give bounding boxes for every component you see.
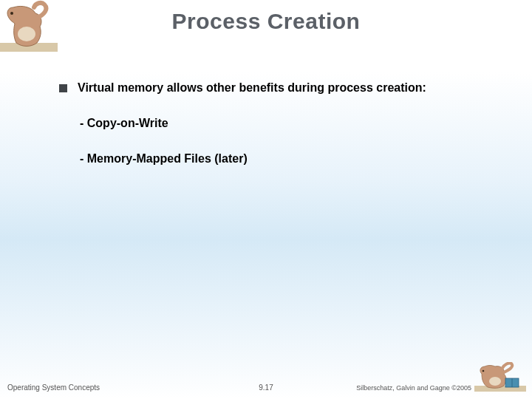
sub-item-1: - Copy-on-Write (80, 117, 488, 130)
dino-eye-small (482, 370, 485, 372)
bullet-row: Virtual memory allows other benefits dur… (59, 81, 488, 95)
slide: Process Creation Virtual memory allows o… (0, 0, 532, 399)
dino-tail-small (502, 363, 512, 372)
bullet-square-icon (59, 84, 67, 92)
dino-belly-small (489, 377, 501, 386)
sub-item-2: - Memory-Mapped Files (later) (80, 152, 488, 166)
dinosaur-logo-bottom (474, 362, 526, 392)
footer: Operating System Concepts 9.17 Silbersch… (0, 378, 532, 392)
slide-content: Virtual memory allows other benefits dur… (59, 81, 488, 188)
bullet-text: Virtual memory allows other benefits dur… (78, 81, 426, 95)
slide-title: Process Creation (0, 9, 532, 34)
footer-right: Silberschatz, Galvin and Gagne ©2005 (356, 384, 471, 392)
